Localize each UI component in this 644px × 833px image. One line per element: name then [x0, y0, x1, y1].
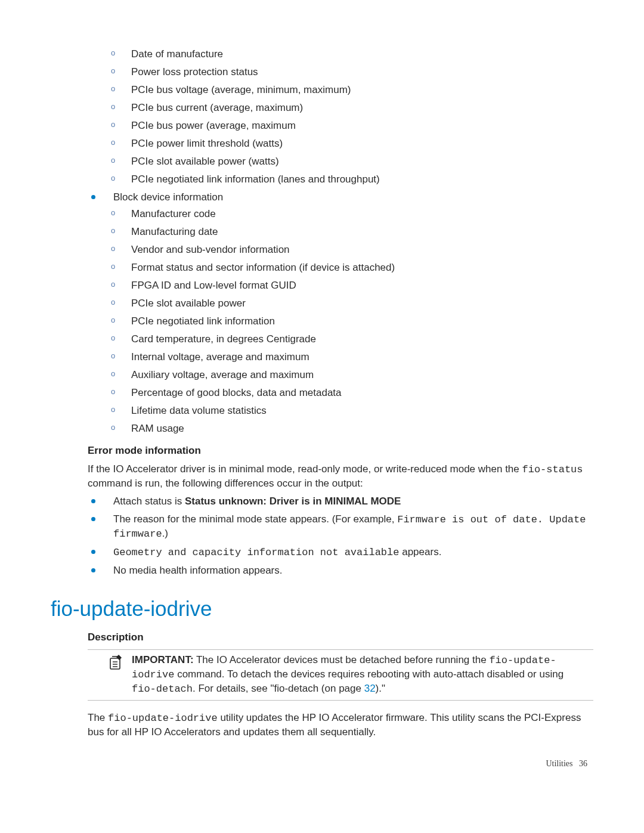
block-device-item: Block device information Manufacturer co… [51, 191, 593, 436]
block-device-label: Block device information [113, 191, 223, 203]
text: )." [376, 683, 385, 694]
inline-code: fio-status [522, 464, 583, 475]
footer-page-number: 36 [579, 759, 587, 768]
list-item: Manufacturer code [70, 208, 593, 221]
list-item: Lifetime data volume statistics [70, 404, 593, 418]
text: The [88, 712, 108, 723]
block-device-sublist: Manufacturer code Manufacturing date Ven… [70, 208, 593, 435]
list-item: Format status and sector information (if… [70, 261, 593, 275]
list-item: Card temperature, in degrees Centigrade [70, 333, 593, 346]
list-item: Date of manufacture [51, 48, 593, 61]
list-item: PCIe bus current (average, maximum) [51, 101, 593, 115]
list-item: PCIe bus power (average, maximum [51, 119, 593, 133]
section-title: fio-update-iodrive [51, 594, 593, 623]
text: If the IO Accelerator driver is in minim… [88, 463, 522, 475]
list-item: Vendor and sub-vendor information [70, 243, 593, 257]
list-item: Percentage of good blocks, data and meta… [70, 386, 593, 400]
error-mode-heading: Error mode information [88, 444, 593, 458]
important-text: IMPORTANT: The IO Accelerator devices mu… [132, 654, 593, 696]
bold-text: Status unknown: Driver is in MINIMAL MOD… [185, 496, 401, 507]
description-paragraph: The fio-update-iodrive utility updates t… [88, 711, 593, 739]
inline-code: fio-update-iodrive [108, 713, 218, 724]
text: The reason for the minimal mode state ap… [113, 513, 397, 525]
text: .) [162, 528, 168, 539]
svg-rect-0 [110, 658, 120, 669]
list-item: The reason for the minimal mode state ap… [51, 513, 593, 541]
text: appears. [399, 546, 441, 558]
text: No media health information appears. [113, 565, 283, 576]
text: The IO Accelerator devices must be detac… [194, 654, 490, 665]
text: Attach status is [113, 496, 185, 507]
important-icon [88, 654, 132, 696]
text: . For details, see "fio-detach (on page [193, 683, 364, 694]
footer-section: Utilities [546, 759, 572, 768]
error-mode-list: Attach status is Status unknown: Driver … [51, 495, 593, 578]
description-heading: Description [88, 631, 593, 645]
error-mode-intro: If the IO Accelerator driver is in minim… [88, 463, 593, 491]
list-item: FPGA ID and Low-level format GUID [70, 279, 593, 293]
list-item: Power loss protection status [51, 66, 593, 79]
list-item: PCIe slot available power [70, 297, 593, 311]
list-item: Auxiliary voltage, average and maximum [70, 368, 593, 382]
inline-code: fio-detach [132, 683, 193, 695]
list-item: PCIe slot available power (watts) [51, 155, 593, 169]
page-footer: Utilities 36 [546, 759, 587, 769]
list-item: Manufacturing date [70, 225, 593, 239]
text: command. To detach the devices requires … [174, 668, 564, 680]
inline-code: Geometry and capacity information not av… [113, 547, 399, 558]
list-item: PCIe power limit threshold (watts) [51, 137, 593, 151]
important-label: IMPORTANT: [132, 654, 194, 665]
list-item: PCIe negotiated link information [70, 315, 593, 329]
list-item: Geometry and capacity information not av… [51, 546, 593, 560]
list-item: Internal voltage, average and maximum [70, 351, 593, 364]
important-callout: IMPORTANT: The IO Accelerator devices mu… [88, 649, 593, 701]
list-item: Attach status is Status unknown: Driver … [51, 495, 593, 509]
list-item: PCIe negotiated link information (lanes … [51, 173, 593, 187]
list-item: PCIe bus voltage (average, minimum, maxi… [51, 83, 593, 97]
page-link[interactable]: 32 [364, 683, 376, 694]
list-item: RAM usage [70, 422, 593, 436]
list-item: No media health information appears. [51, 564, 593, 578]
pcie-info-list: Date of manufacture Power loss protectio… [51, 48, 593, 187]
block-device-section: Block device information Manufacturer co… [51, 191, 593, 436]
text: command is run, the following difference… [88, 478, 363, 489]
